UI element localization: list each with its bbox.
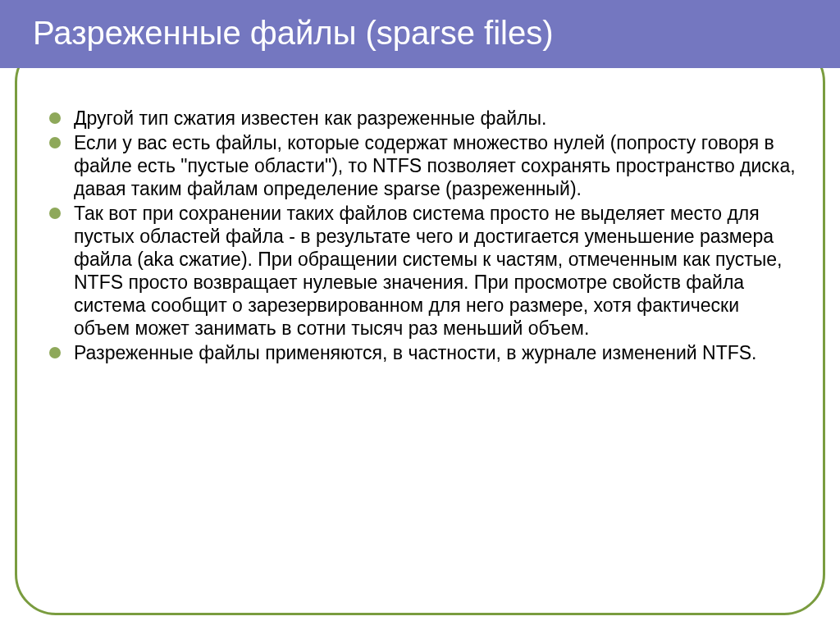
content-area: Другой тип сжатия известен как разреженн… xyxy=(49,107,799,367)
bullet-list: Другой тип сжатия известен как разреженн… xyxy=(49,107,799,365)
bullet-text: Так вот при сохранении таких файлов сист… xyxy=(74,203,782,339)
list-item: Другой тип сжатия известен как разреженн… xyxy=(49,107,799,130)
list-item: Если у вас есть файлы, которые содержат … xyxy=(49,131,799,200)
bullet-text: Другой тип сжатия известен как разреженн… xyxy=(74,107,546,129)
slide-title-bar: Разреженные файлы (sparse files) xyxy=(0,0,840,68)
list-item: Разреженные файлы применяются, в частнос… xyxy=(49,341,799,364)
bullet-text: Разреженные файлы применяются, в частнос… xyxy=(74,342,756,363)
list-item: Так вот при сохранении таких файлов сист… xyxy=(49,202,799,340)
slide-title: Разреженные файлы (sparse files) xyxy=(33,15,553,51)
bullet-text: Если у вас есть файлы, которые содержат … xyxy=(74,132,796,199)
